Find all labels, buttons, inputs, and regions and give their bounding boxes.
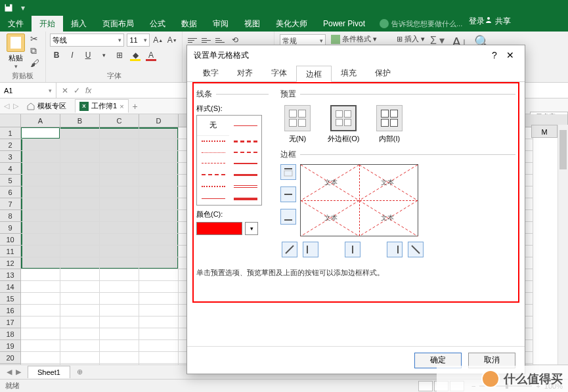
preset-outline[interactable]: 外边框(O) xyxy=(326,105,360,144)
tab-view[interactable]: 视图 xyxy=(236,16,268,32)
col-header-a[interactable]: A xyxy=(21,114,60,127)
qat-dropdown-icon[interactable]: ▾ xyxy=(17,3,29,12)
clipboard-group-label: 剪贴板 xyxy=(4,70,41,82)
accept-formula-icon[interactable]: ✓ xyxy=(74,86,80,95)
close-tab-icon[interactable]: × xyxy=(120,102,123,110)
svg-rect-14 xyxy=(307,246,308,253)
name-box[interactable]: A1 ▾ xyxy=(0,83,56,98)
sheet-nav-next-icon[interactable]: ▶ xyxy=(16,368,21,376)
italic-button[interactable]: I xyxy=(66,49,79,62)
col-header-b[interactable]: B xyxy=(60,114,100,127)
tab-beautify[interactable]: 美化大师 xyxy=(268,16,315,32)
cut-icon[interactable]: ✂ xyxy=(30,33,39,44)
tab-page-layout[interactable]: 页面布局 xyxy=(95,16,142,32)
font-size-combo[interactable]: 11▾ xyxy=(127,33,149,47)
sheet-tab[interactable]: Sheet1 xyxy=(28,366,70,378)
tab-home[interactable]: 开始 xyxy=(32,16,63,32)
underline-dropdown[interactable]: ▾ xyxy=(97,49,110,62)
dlg-tab-fill[interactable]: 填充 xyxy=(332,65,366,81)
border-bottom-button[interactable] xyxy=(280,209,296,225)
svg-rect-6 xyxy=(284,219,292,221)
watermark: 什么值得买 xyxy=(437,366,568,392)
nav-fwd-icon[interactable]: ▷ xyxy=(13,102,18,110)
dlg-tab-number[interactable]: 数字 xyxy=(194,65,228,81)
tab-file[interactable]: 文件 xyxy=(0,16,32,32)
paste-button[interactable]: 粘贴 ▾ xyxy=(4,33,28,70)
col-header-m[interactable]: M xyxy=(531,125,557,138)
svg-rect-16 xyxy=(397,246,399,253)
ribbon-tabs: 文件 开始 插入 页面布局 公式 数据 审阅 视图 美化大师 Power Piv… xyxy=(0,16,568,32)
line-color-dropdown[interactable]: ▾ xyxy=(245,222,258,235)
border-right-button[interactable] xyxy=(387,242,403,257)
format-cells-dialog: 设置单元格格式 ? ✕ 数字 对齐 字体 边框 填充 保护 线条 样式(S): … xyxy=(186,45,525,374)
dlg-tab-font[interactable]: 字体 xyxy=(262,65,296,81)
fx-icon[interactable]: fx xyxy=(85,86,91,95)
save-icon[interactable] xyxy=(0,0,17,16)
decrease-font-icon[interactable]: A▼ xyxy=(166,33,178,47)
tab-data[interactable]: 数据 xyxy=(173,16,205,32)
copy-icon[interactable]: ⧉ xyxy=(30,45,39,56)
border-left-button[interactable] xyxy=(303,242,318,257)
increase-font-icon[interactable]: A▲ xyxy=(152,33,164,47)
dlg-tab-protection[interactable]: 保护 xyxy=(366,65,400,81)
conditional-format-button[interactable]: 条件格式 ▾ xyxy=(331,34,391,44)
tab-insert[interactable]: 插入 xyxy=(63,16,95,32)
insert-cells-button[interactable]: ⊞ 插入 ▾ xyxy=(397,34,425,44)
workbook-tab[interactable]: X 工作簿1 × xyxy=(75,99,129,113)
svg-rect-4 xyxy=(284,171,292,176)
fill-color-button[interactable]: ◆ xyxy=(129,49,142,62)
quick-access-toolbar: ▾ xyxy=(0,0,568,16)
border-top-button[interactable] xyxy=(280,164,296,180)
border-button[interactable]: ⊞ xyxy=(113,49,126,62)
line-style-picker[interactable]: 无 xyxy=(196,115,262,206)
svg-line-17 xyxy=(412,246,420,253)
dlg-tab-alignment[interactable]: 对齐 xyxy=(228,65,262,81)
border-group-label: 边框 xyxy=(280,150,300,159)
dialog-help-icon[interactable]: ? xyxy=(487,50,502,60)
presets-group-label: 预置 xyxy=(280,89,300,98)
preset-inside[interactable]: 内部(I) xyxy=(372,105,406,144)
underline-button[interactable]: U xyxy=(81,49,95,62)
share-button[interactable]: 共享 xyxy=(485,16,510,32)
preset-none[interactable]: 无(N) xyxy=(280,105,315,144)
name-box-value: A1 xyxy=(4,87,12,95)
paste-icon xyxy=(7,33,25,52)
tab-review[interactable]: 审阅 xyxy=(205,16,236,32)
nav-back-icon[interactable]: ◁ xyxy=(4,102,9,110)
color-label: 颜色(C): xyxy=(196,209,269,219)
border-vmid-button[interactable] xyxy=(345,242,360,257)
tab-powerpivot[interactable]: Power Pivot xyxy=(315,16,373,32)
font-name-combo[interactable]: 等线▾ xyxy=(50,33,124,47)
border-diag-up-button[interactable] xyxy=(282,242,297,257)
line-style-none[interactable]: 无 xyxy=(197,116,229,136)
dlg-tab-border[interactable]: 边框 xyxy=(296,66,332,82)
bold-button[interactable]: B xyxy=(50,49,63,62)
col-header-c[interactable]: C xyxy=(100,114,139,127)
add-tab-icon[interactable]: + xyxy=(133,101,138,112)
excel-icon: X xyxy=(79,102,89,111)
font-group-label: 字体 xyxy=(50,70,178,82)
tab-formulas[interactable]: 公式 xyxy=(142,16,173,32)
vertical-scrollbar[interactable] xyxy=(557,125,568,364)
sheet-nav-prev-icon[interactable]: ◀ xyxy=(7,368,12,376)
add-sheet-icon[interactable]: ⊕ xyxy=(70,368,89,376)
dialog-hint: 单击预置选项、预览草图及上面的按钮可以添加边框样式。 xyxy=(196,268,515,278)
border-diag-down-button[interactable] xyxy=(408,242,424,257)
row-headers: 1 2 3 4 5 6 7 8 9 10 11 12 13 14 15 16 1… xyxy=(0,127,21,376)
line-color-swatch[interactable] xyxy=(196,222,242,235)
select-all-corner[interactable] xyxy=(0,114,21,127)
login-link[interactable]: 登录 xyxy=(469,16,485,32)
normal-view-icon[interactable] xyxy=(418,381,433,391)
svg-rect-5 xyxy=(284,194,292,195)
col-header-d[interactable]: D xyxy=(139,114,179,127)
watermark-icon xyxy=(481,370,500,388)
border-hmid-button[interactable] xyxy=(280,186,296,202)
font-color-button[interactable]: A xyxy=(144,49,158,62)
border-preview[interactable]: 文本 文本 文本 文本 xyxy=(300,164,418,236)
cancel-formula-icon[interactable]: ✕ xyxy=(62,86,68,95)
dialog-close-icon[interactable]: ✕ xyxy=(502,50,518,60)
format-painter-icon[interactable]: 🖌 xyxy=(30,58,39,68)
font-name-value: 等线 xyxy=(53,35,67,45)
templates-tab[interactable]: 模板专区 xyxy=(22,99,71,113)
tell-me-search[interactable]: 告诉我您想要做什么... xyxy=(373,16,469,32)
